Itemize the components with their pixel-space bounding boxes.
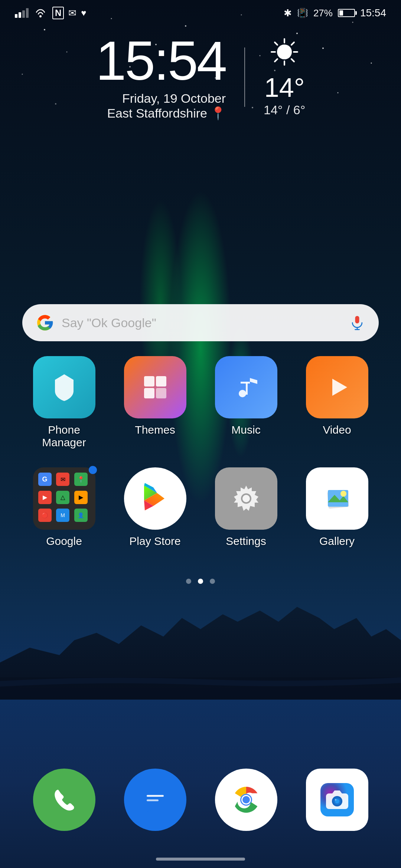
battery-percent: 27% [313, 7, 333, 19]
dock-messages-icon [124, 769, 186, 831]
music-label: Music [231, 424, 260, 436]
status-left-icons: N ✉ ♥ [15, 7, 87, 19]
dock [0, 769, 401, 831]
page-dot-2[interactable] [198, 579, 203, 584]
signal-strength [15, 8, 29, 18]
microphone-icon[interactable] [349, 315, 365, 331]
svg-point-37 [239, 390, 246, 397]
more-dot: ▶ [74, 491, 88, 504]
home-indicator[interactable] [156, 858, 245, 861]
google-logo [36, 313, 54, 332]
dock-phone[interactable] [33, 769, 95, 831]
svg-point-53 [340, 491, 346, 497]
svg-rect-67 [341, 795, 346, 798]
youtube-dot: ▶ [38, 491, 52, 504]
play-store-label: Play Store [129, 535, 180, 548]
settings-label: Settings [226, 535, 266, 548]
svg-rect-56 [147, 799, 159, 801]
notification-badge [89, 466, 97, 474]
gallery-icon [306, 467, 368, 530]
heart-icon: ♥ [81, 8, 86, 18]
bluetooth-icon: ✱ [284, 7, 292, 19]
drive-dot: △ [56, 491, 69, 504]
app-music[interactable]: Music [209, 356, 283, 449]
svg-marker-39 [332, 379, 347, 396]
app-gallery[interactable]: Gallery [300, 467, 374, 548]
clock-left: 15:54 Friday, 19 October East Staffordsh… [96, 33, 226, 121]
dock-camera[interactable] [306, 769, 368, 831]
svg-point-60 [242, 796, 250, 803]
dock-phone-icon [33, 769, 95, 831]
weather-temperature: 14° [264, 72, 305, 103]
app-phone-manager[interactable]: Phone Manager [27, 356, 101, 449]
dock-messages[interactable] [124, 769, 186, 831]
svg-point-66 [335, 799, 336, 800]
settings-icon [215, 467, 277, 530]
vibrate-icon: 📳 [297, 8, 308, 18]
dock-chrome[interactable] [215, 769, 277, 831]
contacts-dot: 👤 [74, 509, 88, 522]
svg-rect-29 [355, 316, 359, 323]
app-play-store[interactable]: Play Store [118, 467, 192, 548]
svg-point-46 [242, 495, 250, 502]
app-settings[interactable]: Settings [209, 467, 283, 548]
svg-rect-35 [156, 388, 166, 398]
status-right-icons: ✱ 📳 27% 15:54 [284, 7, 386, 19]
weather-range: 14° / 6° [264, 103, 305, 117]
play-store-icon [124, 467, 186, 530]
battery-icon [338, 9, 355, 17]
page-dots [0, 579, 401, 584]
page-dot-1[interactable] [186, 579, 191, 584]
weather-widget: 14° 14° / 6° [264, 37, 305, 117]
app-row-1: Phone Manager Themes [19, 356, 382, 449]
svg-rect-32 [144, 376, 154, 387]
phone-manager-icon [33, 356, 95, 418]
mail-icon: ✉ [68, 7, 76, 19]
search-placeholder: Say "Ok Google" [62, 316, 342, 330]
clock-location: East Staffordshire 📍 [96, 106, 226, 121]
app-video[interactable]: Video [300, 356, 374, 449]
svg-line-28 [275, 59, 277, 62]
status-time: 15:54 [360, 7, 386, 19]
music-icon [215, 356, 277, 418]
video-icon [306, 356, 368, 418]
svg-rect-54 [143, 790, 167, 807]
svg-rect-55 [147, 795, 164, 797]
svg-rect-33 [156, 376, 166, 387]
video-label: Video [323, 424, 351, 436]
google-folder-grid: G ✉ 📍 ▶ △ ▶ 🔴 M 👤 [33, 467, 95, 530]
svg-line-27 [291, 42, 294, 45]
app-grid: Phone Manager Themes [0, 356, 401, 566]
svg-rect-36 [241, 382, 250, 384]
app-themes[interactable]: Themes [118, 356, 192, 449]
weather-condition-icon [264, 37, 305, 71]
google-label: Google [46, 535, 82, 548]
svg-point-20 [277, 45, 292, 59]
location-pin-icon: 📍 [210, 106, 226, 121]
page-dot-3[interactable] [210, 579, 215, 584]
themes-label: Themes [135, 424, 175, 436]
maps-dot: 📍 [74, 473, 88, 486]
clock-date: Friday, 19 October [96, 91, 226, 106]
google-folder-icon: G ✉ 📍 ▶ △ ▶ 🔴 M 👤 [33, 467, 95, 530]
wifi-icon [33, 7, 48, 19]
clock-time: 15:54 [96, 33, 226, 88]
meet-dot: M [56, 509, 69, 522]
status-bar: N ✉ ♥ ✱ 📳 27% 15:54 [0, 0, 401, 26]
photos-dot: 🔴 [38, 509, 52, 522]
app-google-folder[interactable]: G ✉ 📍 ▶ △ ▶ 🔴 M 👤 Google [27, 467, 101, 548]
svg-rect-38 [246, 382, 248, 395]
clock-area: 15:54 Friday, 19 October East Staffordsh… [0, 33, 401, 121]
dock-chrome-icon [215, 769, 277, 831]
svg-line-26 [291, 59, 294, 62]
themes-icon [124, 356, 186, 418]
dock-camera-icon [306, 769, 368, 831]
app-row-2: G ✉ 📍 ▶ △ ▶ 🔴 M 👤 Google [19, 467, 382, 548]
nfc-icon: N [52, 7, 64, 19]
gmail-dot: ✉ [56, 473, 69, 486]
svg-point-19 [39, 15, 42, 17]
search-bar[interactable]: Say "Ok Google" [22, 304, 379, 341]
phone-manager-label: Phone Manager [27, 424, 101, 449]
clock-divider [244, 47, 245, 107]
svg-line-25 [275, 42, 277, 45]
